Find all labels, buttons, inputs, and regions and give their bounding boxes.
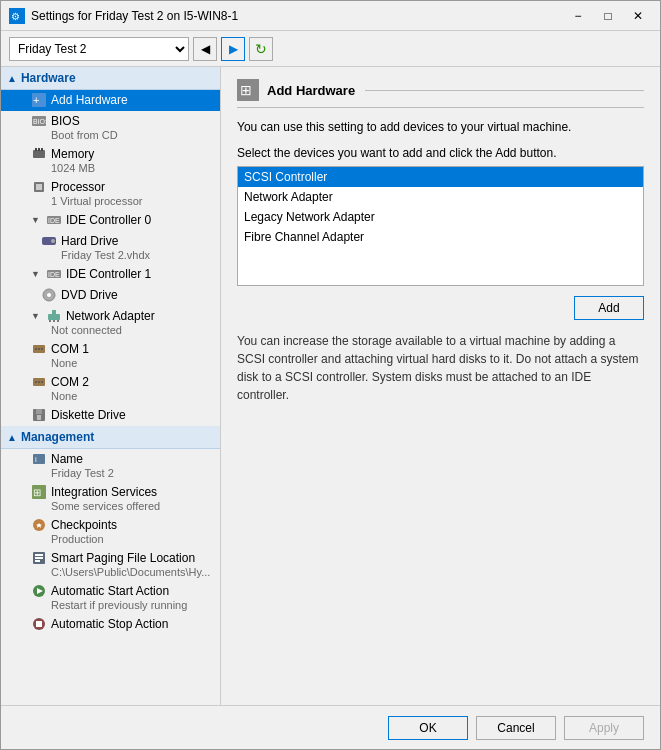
svg-text:i: i bbox=[35, 455, 37, 464]
sidebar-item-diskette[interactable]: Diskette Drive bbox=[1, 405, 220, 426]
sidebar-item-bios[interactable]: BIOS BIOS Boot from CD bbox=[1, 111, 220, 144]
svg-rect-44 bbox=[35, 557, 43, 559]
bios-label: BIOS bbox=[51, 114, 80, 128]
sidebar-item-dvd-drive[interactable]: DVD Drive bbox=[1, 285, 220, 306]
hardware-section-header[interactable]: ▲ Hardware bbox=[1, 67, 220, 90]
close-button[interactable]: ✕ bbox=[624, 6, 652, 26]
svg-text:⊞: ⊞ bbox=[33, 487, 41, 498]
smart-paging-sublabel: C:\Users\Public\Documents\Hy... bbox=[31, 566, 212, 578]
listbox-item-network[interactable]: Network Adapter bbox=[238, 187, 643, 207]
add-button[interactable]: Add bbox=[574, 296, 644, 320]
sidebar-item-smart-paging[interactable]: Smart Paging File Location C:\Users\Publ… bbox=[1, 548, 220, 581]
name-sublabel: Friday Test 2 bbox=[31, 467, 212, 479]
minimize-button[interactable]: − bbox=[564, 6, 592, 26]
smart-paging-label: Smart Paging File Location bbox=[51, 551, 195, 565]
svg-point-32 bbox=[41, 381, 43, 383]
processor-label: Processor bbox=[51, 180, 105, 194]
ide0-expand-icon[interactable]: ▼ bbox=[31, 215, 40, 225]
processor-sublabel: 1 Virtual processor bbox=[31, 195, 212, 207]
auto-start-label: Automatic Start Action bbox=[51, 584, 169, 598]
listbox-item-legacy-network[interactable]: Legacy Network Adapter bbox=[238, 207, 643, 227]
svg-rect-11 bbox=[36, 184, 42, 190]
content-area: ▲ Hardware + Add Hardware BIOS BI bbox=[1, 67, 660, 705]
refresh-button[interactable]: ↻ bbox=[249, 37, 273, 61]
svg-point-23 bbox=[53, 320, 55, 322]
memory-sublabel: 1024 MB bbox=[31, 162, 212, 174]
network-expand-icon[interactable]: ▼ bbox=[31, 311, 40, 321]
title-bar: ⚙ Settings for Friday Test 2 on I5-WIN8-… bbox=[1, 1, 660, 31]
add-button-row: Add bbox=[237, 296, 644, 320]
sidebar-item-checkpoints[interactable]: Checkpoints Production bbox=[1, 515, 220, 548]
svg-point-27 bbox=[38, 348, 40, 350]
sidebar-item-memory[interactable]: Memory 1024 MB bbox=[1, 144, 220, 177]
apply-button[interactable]: Apply bbox=[564, 716, 644, 740]
network-icon bbox=[46, 308, 62, 324]
com1-sublabel: None bbox=[31, 357, 212, 369]
panel-separator bbox=[365, 90, 644, 91]
back-button[interactable]: ◀ bbox=[193, 37, 217, 61]
integration-icon: ⊞ bbox=[31, 484, 47, 500]
sidebar-item-network-adapter[interactable]: ▼ Network Adapter Not connected bbox=[1, 306, 220, 339]
management-section-label: Management bbox=[21, 430, 94, 444]
sidebar-item-auto-start[interactable]: Automatic Start Action Restart if previo… bbox=[1, 581, 220, 614]
svg-point-22 bbox=[49, 320, 51, 322]
sidebar-item-hard-drive[interactable]: Hard Drive Friday Test 2.vhdx bbox=[1, 231, 220, 264]
svg-text:IDE: IDE bbox=[48, 271, 60, 278]
toolbar: Friday Test 2 ◀ ▶ ↻ bbox=[1, 31, 660, 67]
select-label: Select the devices you want to add and c… bbox=[237, 146, 644, 160]
forward-button[interactable]: ▶ bbox=[221, 37, 245, 61]
svg-text:+: + bbox=[33, 94, 39, 106]
ok-button[interactable]: OK bbox=[388, 716, 468, 740]
svg-text:IDE: IDE bbox=[48, 217, 60, 224]
integration-services-label: Integration Services bbox=[51, 485, 157, 499]
com2-label: COM 2 bbox=[51, 375, 89, 389]
svg-point-31 bbox=[38, 381, 40, 383]
window-icon: ⚙ bbox=[9, 8, 25, 24]
dvd-label: DVD Drive bbox=[61, 288, 118, 302]
ide0-label: IDE Controller 0 bbox=[66, 213, 151, 227]
panel-header: ⊞ Add Hardware bbox=[237, 79, 644, 108]
com1-icon bbox=[31, 341, 47, 357]
svg-text:⊞: ⊞ bbox=[240, 82, 252, 98]
dvd-icon bbox=[41, 287, 57, 303]
description-text-1: You can use this setting to add devices … bbox=[237, 118, 644, 136]
svg-text:BIOS: BIOS bbox=[33, 118, 47, 125]
ide1-expand-icon[interactable]: ▼ bbox=[31, 269, 40, 279]
memory-icon bbox=[31, 146, 47, 162]
sidebar-item-integration-services[interactable]: ⊞ Integration Services Some services off… bbox=[1, 482, 220, 515]
memory-label: Memory bbox=[51, 147, 94, 161]
window-title: Settings for Friday Test 2 on I5-WIN8-1 bbox=[31, 9, 564, 23]
com1-label: COM 1 bbox=[51, 342, 89, 356]
hard-drive-icon bbox=[41, 233, 57, 249]
panel-title: Add Hardware bbox=[267, 83, 355, 98]
device-listbox[interactable]: SCSI Controller Network Adapter Legacy N… bbox=[237, 166, 644, 286]
sidebar-item-ide0[interactable]: ▼ IDE IDE Controller 0 bbox=[1, 210, 220, 231]
svg-point-26 bbox=[35, 348, 37, 350]
svg-rect-35 bbox=[37, 415, 41, 420]
maximize-button[interactable]: □ bbox=[594, 6, 622, 26]
main-panel: ⊞ Add Hardware You can use this setting … bbox=[221, 67, 660, 705]
bios-sublabel: Boot from CD bbox=[31, 129, 212, 141]
sidebar-item-auto-stop[interactable]: Automatic Stop Action bbox=[1, 614, 220, 635]
sidebar-item-processor[interactable]: Processor 1 Virtual processor bbox=[1, 177, 220, 210]
vm-select[interactable]: Friday Test 2 bbox=[9, 37, 189, 61]
sidebar-item-com2[interactable]: COM 2 None bbox=[1, 372, 220, 405]
checkpoints-label: Checkpoints bbox=[51, 518, 117, 532]
sidebar-item-ide1[interactable]: ▼ IDE IDE Controller 1 bbox=[1, 264, 220, 285]
management-section-header[interactable]: ▲ Management bbox=[1, 426, 220, 449]
ide0-icon: IDE bbox=[46, 212, 62, 228]
svg-rect-43 bbox=[35, 554, 43, 556]
listbox-item-fibre[interactable]: Fibre Channel Adapter bbox=[238, 227, 643, 247]
cancel-button[interactable]: Cancel bbox=[476, 716, 556, 740]
listbox-item-scsi[interactable]: SCSI Controller bbox=[238, 167, 643, 187]
sidebar-item-com1[interactable]: COM 1 None bbox=[1, 339, 220, 372]
hard-drive-sublabel: Friday Test 2.vhdx bbox=[41, 249, 212, 261]
sidebar-item-add-hardware[interactable]: + Add Hardware bbox=[1, 90, 220, 111]
hardware-chevron-icon: ▲ bbox=[7, 73, 17, 84]
svg-point-19 bbox=[47, 293, 51, 297]
sidebar-item-name[interactable]: i Name Friday Test 2 bbox=[1, 449, 220, 482]
info-text: You can increase the storage available t… bbox=[237, 332, 644, 404]
com2-icon bbox=[31, 374, 47, 390]
add-hardware-label: Add Hardware bbox=[51, 93, 128, 107]
management-chevron-icon: ▲ bbox=[7, 432, 17, 443]
